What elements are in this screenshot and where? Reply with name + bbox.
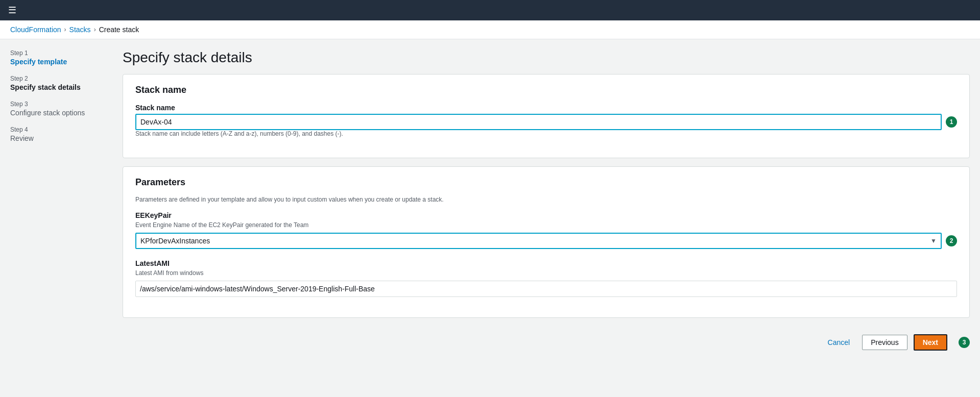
- step3-name: Configure stack options: [10, 109, 112, 117]
- breadcrumb-create-stack: Create stack: [99, 26, 139, 34]
- sidebar: Step 1 Specify template Step 2 Specify s…: [10, 49, 112, 385]
- next-badge: 3: [959, 337, 970, 348]
- step1-label: Step 1: [10, 49, 112, 57]
- next-button[interactable]: Next: [914, 334, 947, 351]
- stack-name-label: Stack name: [135, 104, 957, 112]
- content-area: Specify stack details Stack name Stack n…: [123, 49, 970, 385]
- eeKeypair-select[interactable]: KPforDevAxInstances: [135, 233, 942, 249]
- breadcrumb: CloudFormation › Stacks › Create stack: [0, 20, 980, 39]
- main-layout: Step 1 Specify template Step 2 Specify s…: [0, 39, 980, 395]
- latestAMI-field-group: LatestAMI Latest AMI from windows: [135, 259, 957, 297]
- stack-name-badge: 1: [946, 116, 957, 128]
- breadcrumb-sep-2: ›: [94, 26, 96, 33]
- stack-name-input-row: 1: [135, 114, 957, 130]
- stack-name-card: Stack name Stack name 1 Stack name can i…: [123, 74, 970, 158]
- footer-actions: Cancel Previous Next 3: [123, 326, 970, 355]
- latestAMI-input[interactable]: [135, 281, 957, 297]
- eeKeypair-label: EEKeyPair: [135, 211, 957, 219]
- step4-name: Review: [10, 134, 112, 142]
- previous-button[interactable]: Previous: [862, 335, 907, 350]
- sidebar-item-step1[interactable]: Step 1 Specify template: [10, 49, 112, 66]
- breadcrumb-cloudformation[interactable]: CloudFormation: [10, 26, 61, 34]
- stack-name-field-group: Stack name 1 Stack name can include lett…: [135, 104, 957, 137]
- eeKeypair-badge: 2: [946, 235, 957, 246]
- eeKeypair-hint: Event Engine Name of the EC2 KeyPair gen…: [135, 221, 957, 229]
- eeKeypair-field-group: EEKeyPair Event Engine Name of the EC2 K…: [135, 211, 957, 249]
- sidebar-item-step3[interactable]: Step 3 Configure stack options: [10, 101, 112, 117]
- latestAMI-hint: Latest AMI from windows: [135, 269, 957, 277]
- parameters-description: Parameters are defined in your template …: [135, 196, 957, 203]
- stack-name-input[interactable]: [135, 114, 942, 130]
- eeKeypair-select-wrapper: KPforDevAxInstances ▼: [135, 233, 942, 249]
- breadcrumb-stacks[interactable]: Stacks: [69, 26, 91, 34]
- step1-name: Specify template: [10, 58, 112, 66]
- step2-label: Step 2: [10, 75, 112, 82]
- step3-label: Step 3: [10, 101, 112, 108]
- latestAMI-label: LatestAMI: [135, 259, 957, 267]
- sidebar-item-step4[interactable]: Step 4 Review: [10, 126, 112, 142]
- page-title: Specify stack details: [123, 49, 970, 66]
- breadcrumb-sep-1: ›: [64, 26, 66, 33]
- stack-name-hint: Stack name can include letters (A-Z and …: [135, 130, 957, 137]
- top-bar: ☰: [0, 0, 980, 20]
- step4-label: Step 4: [10, 126, 112, 133]
- cancel-button[interactable]: Cancel: [822, 335, 856, 350]
- hamburger-icon[interactable]: ☰: [8, 5, 16, 16]
- eeKeypair-input-row: KPforDevAxInstances ▼ 2: [135, 233, 957, 249]
- parameters-card: Parameters Parameters are defined in you…: [123, 166, 970, 318]
- sidebar-item-step2[interactable]: Step 2 Specify stack details: [10, 75, 112, 91]
- stack-name-card-title: Stack name: [135, 85, 957, 95]
- step2-name: Specify stack details: [10, 83, 112, 91]
- parameters-card-title: Parameters: [135, 177, 957, 188]
